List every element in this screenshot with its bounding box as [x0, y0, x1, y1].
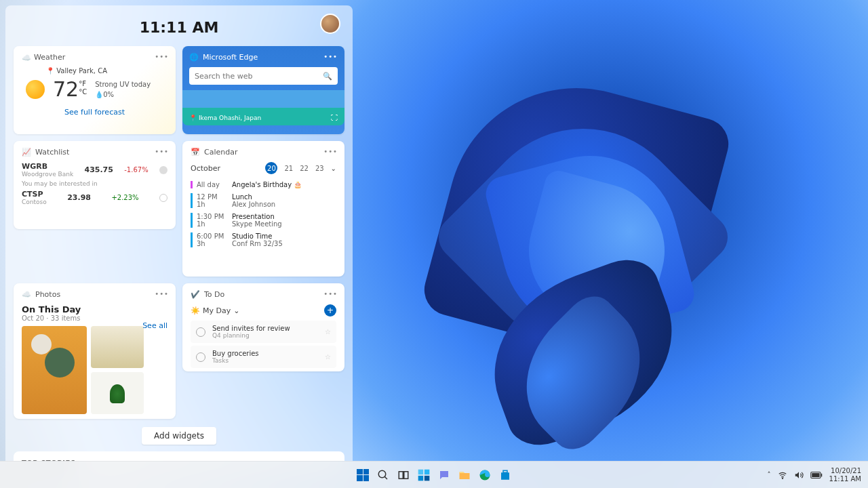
svg-rect-3 [404, 471, 408, 479]
add-task-button[interactable]: + [324, 304, 336, 317]
sun-icon [26, 80, 45, 99]
watchlist-title: Watchlist [35, 148, 69, 157]
more-icon[interactable]: ••• [323, 53, 338, 60]
weather-title: Weather [34, 53, 65, 62]
see-all-link[interactable]: See all [142, 321, 167, 330]
photos-icon: ☁️ [22, 290, 31, 299]
svg-point-12 [782, 478, 783, 479]
star-icon[interactable]: ☆ [325, 328, 331, 336]
spark-icon [159, 166, 167, 174]
calendar-event[interactable]: 12 PM1hLunchAlex Johnson [191, 193, 336, 208]
battery-icon[interactable] [810, 471, 823, 479]
task-item[interactable]: Send invites for reviewQ4 planning☆ [191, 321, 336, 343]
task-checkbox[interactable] [196, 352, 205, 362]
calendar-icon: 📅 [191, 148, 200, 157]
svg-rect-10 [501, 472, 509, 480]
weather-icon: ☁️ [22, 54, 30, 62]
chart-icon: 📈 [22, 148, 31, 157]
volume-icon[interactable] [794, 470, 804, 480]
star-icon[interactable]: ☆ [325, 353, 331, 361]
svg-point-0 [378, 470, 386, 478]
photos-widget[interactable]: ☁️Photos ••• On This Day Oct 20 · 33 ite… [14, 283, 176, 419]
start-button[interactable] [355, 467, 371, 483]
edge-title: Microsoft Edge [203, 53, 258, 62]
widgets-button[interactable] [416, 467, 432, 483]
search-icon[interactable]: 🔍 [323, 72, 332, 81]
explorer-button[interactable] [456, 467, 473, 483]
weather-temp: 72 [53, 77, 79, 101]
todo-widget[interactable]: ✔️To Do ••• ☀️ My Day ⌄+ Send invites fo… [182, 283, 344, 371]
photo-thumb[interactable] [91, 372, 144, 414]
more-icon[interactable]: ••• [323, 290, 338, 298]
photos-title: Photos [35, 290, 60, 299]
calendar-title: Calendar [204, 148, 237, 157]
search-button[interactable] [375, 467, 391, 483]
task-item[interactable]: Buy groceriesTasks☆ [191, 346, 336, 368]
cal-day[interactable]: 23 [315, 165, 324, 172]
calendar-event[interactable]: 6:00 PM3hStudio TimeConf Rm 32/35 [191, 232, 336, 247]
interest-label: You may be interested in [22, 180, 167, 187]
task-view-button[interactable] [395, 467, 412, 483]
watchlist-widget[interactable]: 📈Watchlist ••• WGRBWoodgrove Bank 435.75… [14, 141, 176, 229]
svg-rect-6 [418, 475, 424, 481]
svg-line-1 [384, 476, 387, 479]
more-icon[interactable]: ••• [155, 53, 169, 60]
edge-icon: 🌐 [189, 53, 199, 62]
svg-rect-15 [821, 473, 822, 476]
bloom-graphic [353, 34, 814, 454]
calendar-event[interactable]: All dayAngela's Birthday 🎂 [191, 181, 336, 188]
stock-row[interactable]: WGRBWoodgrove Bank 435.75 -1.67% [22, 162, 167, 178]
cal-day-selected[interactable]: 20 [265, 162, 277, 174]
todo-title: To Do [204, 290, 224, 299]
calendar-event[interactable]: 1:30 PM1hPresentationSkype Meeting [191, 213, 336, 228]
svg-rect-7 [425, 475, 430, 481]
calendar-month: October [191, 164, 220, 173]
search-box[interactable]: 🔍 [189, 67, 338, 85]
svg-rect-4 [418, 469, 424, 474]
edge-image[interactable]: 📍 Ikema Ohashi, Japan ⛶ [182, 90, 344, 125]
todo-list-name[interactable]: My Day [203, 306, 231, 315]
svg-rect-5 [425, 469, 430, 474]
taskbar-clock[interactable]: 10/20/2111:11 AM [829, 467, 861, 483]
photos-heading: On This Day [22, 304, 167, 314]
weather-condition: Strong UV today [95, 79, 151, 89]
store-button[interactable] [497, 467, 513, 483]
more-icon[interactable]: ••• [323, 148, 338, 155]
user-avatar[interactable] [320, 14, 340, 34]
search-input[interactable] [195, 72, 323, 81]
widgets-panel: 11:11 AM ☁️Weather ••• 📍 Valley Park, CA… [5, 5, 353, 466]
cal-day[interactable]: 22 [300, 165, 309, 172]
svg-rect-11 [503, 470, 507, 472]
photo-thumb[interactable] [22, 326, 87, 414]
cal-day[interactable]: 21 [284, 165, 293, 172]
wifi-icon[interactable] [778, 470, 787, 480]
task-checkbox[interactable] [196, 327, 205, 337]
weather-precip: 0% [103, 91, 114, 98]
svg-rect-14 [812, 473, 819, 477]
calendar-widget[interactable]: 📅Calendar ••• October 20 21 22 23 ⌄ All … [182, 141, 344, 277]
chevron-down-icon[interactable]: ⌄ [331, 165, 336, 172]
more-icon[interactable]: ••• [155, 290, 169, 298]
weather-location: 📍 Valley Park, CA [46, 67, 167, 75]
todo-icon: ✔️ [191, 290, 200, 299]
weather-widget[interactable]: ☁️Weather ••• 📍 Valley Park, CA 72°F°C S… [14, 46, 176, 134]
panel-clock: 11:11 AM [140, 19, 219, 36]
more-icon[interactable]: ••• [155, 148, 169, 155]
edge-widget[interactable]: 🌐Microsoft Edge ••• 🔍 📍 Ikema Ohashi, Ja… [182, 46, 344, 134]
chat-button[interactable] [436, 467, 452, 483]
photo-thumb[interactable] [91, 326, 144, 368]
forecast-link[interactable]: See full forecast [22, 108, 167, 117]
add-widgets-button[interactable]: Add widgets [142, 427, 216, 445]
edge-button[interactable] [477, 467, 493, 483]
svg-rect-2 [399, 471, 403, 479]
add-stock-icon[interactable] [159, 194, 167, 202]
tray-chevron-icon[interactable]: ˄ [768, 471, 771, 479]
expand-icon[interactable]: ⛶ [331, 114, 338, 121]
edge-location: Ikema Ohashi, Japan [199, 115, 261, 121]
taskbar: ˄ 10/20/2111:11 AM [0, 461, 868, 488]
stock-row[interactable]: CTSPContoso 23.98 +2.23% [22, 190, 167, 205]
chevron-down-icon[interactable]: ⌄ [233, 306, 239, 315]
